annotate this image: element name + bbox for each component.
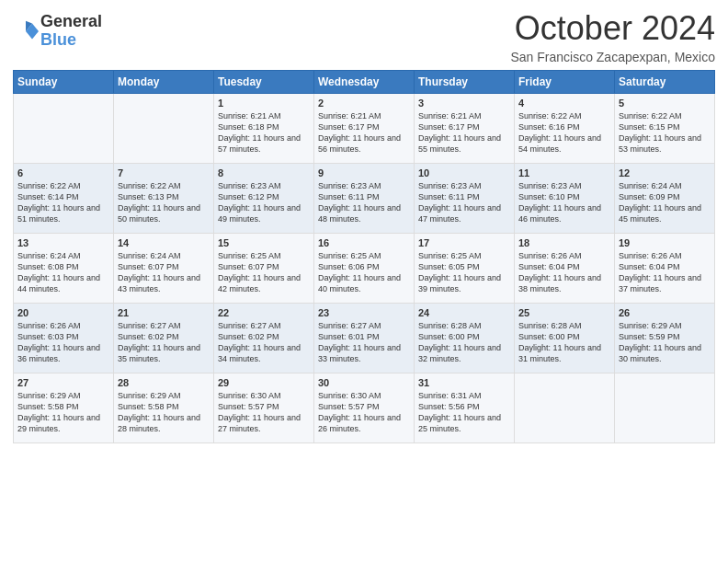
week-row-5: 27Sunrise: 6:29 AM Sunset: 5:58 PM Dayli… [14,373,715,443]
day-info: Sunrise: 6:24 AM Sunset: 6:08 PM Dayligh… [17,250,109,295]
day-cell: 18Sunrise: 6:26 AM Sunset: 6:04 PM Dayli… [515,234,615,304]
day-number: 20 [17,307,109,318]
day-number: 17 [418,237,510,248]
day-info: Sunrise: 6:26 AM Sunset: 6:04 PM Dayligh… [518,250,610,295]
day-cell: 12Sunrise: 6:24 AM Sunset: 6:09 PM Dayli… [615,164,715,234]
day-number: 24 [418,307,510,318]
day-cell: 2Sunrise: 6:21 AM Sunset: 6:17 PM Daylig… [314,94,415,164]
day-info: Sunrise: 6:24 AM Sunset: 6:09 PM Dayligh… [619,180,711,225]
day-number: 28 [118,377,210,388]
day-number: 22 [218,307,310,318]
week-row-4: 20Sunrise: 6:26 AM Sunset: 6:03 PM Dayli… [14,304,715,373]
day-number: 4 [518,98,610,109]
day-number: 16 [318,237,410,248]
day-cell: 5Sunrise: 6:22 AM Sunset: 6:15 PM Daylig… [615,94,715,164]
day-cell [114,94,214,164]
day-info: Sunrise: 6:30 AM Sunset: 5:57 PM Dayligh… [318,390,410,435]
day-number: 2 [318,98,410,109]
day-info: Sunrise: 6:30 AM Sunset: 5:57 PM Dayligh… [218,390,310,435]
day-number: 5 [619,98,711,109]
day-cell: 14Sunrise: 6:24 AM Sunset: 6:07 PM Dayli… [114,234,214,304]
header: General Blue October 2024 San Francisco … [13,9,715,64]
day-cell: 8Sunrise: 6:23 AM Sunset: 6:12 PM Daylig… [214,164,314,234]
day-cell: 1Sunrise: 6:21 AM Sunset: 6:18 PM Daylig… [214,94,314,164]
day-number: 13 [17,237,109,248]
day-info: Sunrise: 6:25 AM Sunset: 6:07 PM Dayligh… [218,250,310,295]
day-cell: 27Sunrise: 6:29 AM Sunset: 5:58 PM Dayli… [14,373,114,443]
day-info: Sunrise: 6:23 AM Sunset: 6:12 PM Dayligh… [218,180,310,225]
day-info: Sunrise: 6:28 AM Sunset: 6:00 PM Dayligh… [518,320,610,365]
header-row: SundayMondayTuesdayWednesdayThursdayFrid… [14,71,715,94]
day-number: 21 [118,307,210,318]
day-info: Sunrise: 6:31 AM Sunset: 5:56 PM Dayligh… [418,390,510,435]
day-info: Sunrise: 6:25 AM Sunset: 6:05 PM Dayligh… [418,250,510,295]
day-cell [14,94,114,164]
day-cell [615,373,715,443]
day-cell: 15Sunrise: 6:25 AM Sunset: 6:07 PM Dayli… [214,234,314,304]
logo-general: General [40,13,102,31]
day-info: Sunrise: 6:21 AM Sunset: 6:18 PM Dayligh… [218,110,310,155]
day-info: Sunrise: 6:23 AM Sunset: 6:11 PM Dayligh… [318,180,410,225]
location: San Francisco Zacapexpan, Mexico [510,50,715,64]
day-number: 27 [17,377,109,388]
day-number: 11 [518,167,610,178]
day-info: Sunrise: 6:23 AM Sunset: 6:10 PM Dayligh… [518,180,610,225]
day-cell: 7Sunrise: 6:22 AM Sunset: 6:13 PM Daylig… [114,164,214,234]
day-info: Sunrise: 6:23 AM Sunset: 6:11 PM Dayligh… [418,180,510,225]
week-row-1: 1Sunrise: 6:21 AM Sunset: 6:18 PM Daylig… [14,94,715,164]
day-number: 30 [318,377,410,388]
day-cell: 31Sunrise: 6:31 AM Sunset: 5:56 PM Dayli… [415,373,515,443]
day-cell: 26Sunrise: 6:29 AM Sunset: 5:59 PM Dayli… [615,304,715,373]
day-info: Sunrise: 6:22 AM Sunset: 6:16 PM Dayligh… [518,110,610,155]
day-info: Sunrise: 6:21 AM Sunset: 6:17 PM Dayligh… [418,110,510,155]
day-cell: 17Sunrise: 6:25 AM Sunset: 6:05 PM Dayli… [415,234,515,304]
day-header-wednesday: Wednesday [314,71,415,94]
day-info: Sunrise: 6:24 AM Sunset: 6:07 PM Dayligh… [118,250,210,295]
day-header-friday: Friday [515,71,615,94]
day-cell: 28Sunrise: 6:29 AM Sunset: 5:58 PM Dayli… [114,373,214,443]
day-number: 6 [17,167,109,178]
day-number: 23 [318,307,410,318]
day-info: Sunrise: 6:27 AM Sunset: 6:02 PM Dayligh… [118,320,210,365]
day-number: 29 [218,377,310,388]
day-info: Sunrise: 6:29 AM Sunset: 5:58 PM Dayligh… [118,390,210,435]
day-cell: 19Sunrise: 6:26 AM Sunset: 6:04 PM Dayli… [615,234,715,304]
month-title: October 2024 [510,9,715,48]
day-info: Sunrise: 6:27 AM Sunset: 6:01 PM Dayligh… [318,320,410,365]
day-cell: 16Sunrise: 6:25 AM Sunset: 6:06 PM Dayli… [314,234,415,304]
day-number: 12 [619,167,711,178]
day-cell: 3Sunrise: 6:21 AM Sunset: 6:17 PM Daylig… [415,94,515,164]
logo: General Blue [13,13,102,50]
day-info: Sunrise: 6:27 AM Sunset: 6:02 PM Dayligh… [218,320,310,365]
day-number: 26 [619,307,711,318]
day-cell: 24Sunrise: 6:28 AM Sunset: 6:00 PM Dayli… [415,304,515,373]
day-cell: 6Sunrise: 6:22 AM Sunset: 6:14 PM Daylig… [14,164,114,234]
day-cell: 21Sunrise: 6:27 AM Sunset: 6:02 PM Dayli… [114,304,214,373]
day-number: 9 [318,167,410,178]
day-cell: 20Sunrise: 6:26 AM Sunset: 6:03 PM Dayli… [14,304,114,373]
main-container: General Blue October 2024 San Francisco … [0,0,728,453]
logo-icon [13,18,39,44]
day-number: 10 [418,167,510,178]
day-header-tuesday: Tuesday [214,71,314,94]
day-cell: 22Sunrise: 6:27 AM Sunset: 6:02 PM Dayli… [214,304,314,373]
day-number: 7 [118,167,210,178]
day-info: Sunrise: 6:29 AM Sunset: 5:58 PM Dayligh… [17,390,109,435]
day-cell: 30Sunrise: 6:30 AM Sunset: 5:57 PM Dayli… [314,373,415,443]
day-header-monday: Monday [114,71,214,94]
day-cell: 13Sunrise: 6:24 AM Sunset: 6:08 PM Dayli… [14,234,114,304]
day-number: 18 [518,237,610,248]
day-number: 15 [218,237,310,248]
week-row-2: 6Sunrise: 6:22 AM Sunset: 6:14 PM Daylig… [14,164,715,234]
day-info: Sunrise: 6:25 AM Sunset: 6:06 PM Dayligh… [318,250,410,295]
day-header-sunday: Sunday [14,71,114,94]
day-info: Sunrise: 6:22 AM Sunset: 6:14 PM Dayligh… [17,180,109,225]
day-info: Sunrise: 6:28 AM Sunset: 6:00 PM Dayligh… [418,320,510,365]
day-cell: 10Sunrise: 6:23 AM Sunset: 6:11 PM Dayli… [415,164,515,234]
day-info: Sunrise: 6:22 AM Sunset: 6:13 PM Dayligh… [118,180,210,225]
day-info: Sunrise: 6:26 AM Sunset: 6:04 PM Dayligh… [619,250,711,295]
day-number: 14 [118,237,210,248]
day-cell: 9Sunrise: 6:23 AM Sunset: 6:11 PM Daylig… [314,164,415,234]
day-info: Sunrise: 6:26 AM Sunset: 6:03 PM Dayligh… [17,320,109,365]
day-cell: 25Sunrise: 6:28 AM Sunset: 6:00 PM Dayli… [515,304,615,373]
